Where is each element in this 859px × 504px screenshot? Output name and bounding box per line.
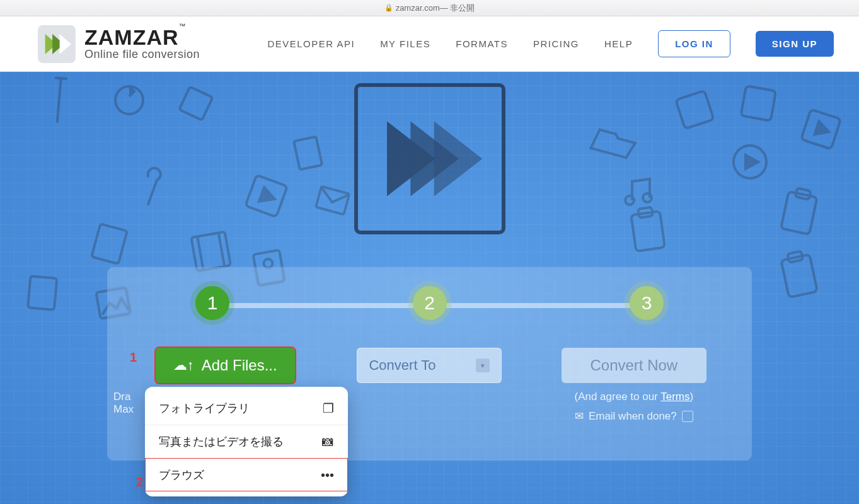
svg-marker-24 (815, 121, 831, 138)
popup-browse[interactable]: ブラウズ ••• (145, 458, 348, 491)
play-circle-icon (729, 141, 771, 185)
refresh-icon (107, 78, 151, 125)
svg-rect-11 (91, 224, 127, 264)
lock-icon: 🔒 (384, 4, 393, 12)
mp3-icon (86, 219, 132, 271)
popup-photo-library-label: フォトライブラリ (159, 401, 250, 416)
brand-name: ZAMZAR™ (84, 26, 200, 48)
signup-button[interactable]: SIGN UP (756, 31, 834, 57)
image-square-icon (736, 81, 780, 127)
svg-rect-14 (28, 276, 57, 309)
logo[interactable]: ZAMZAR™ Online file conversion (38, 25, 200, 63)
address-suffix: — 非公開 (440, 3, 475, 14)
play-square-icon (239, 170, 292, 224)
agree-prefix: (And agree to our (574, 391, 660, 403)
agree-suffix: ) (689, 391, 693, 403)
wrench-icon (125, 159, 185, 220)
svg-marker-33 (434, 122, 482, 197)
brand-tagline: Online file conversion (84, 48, 200, 61)
step-2: 2 (413, 286, 447, 320)
paper-icon (289, 132, 327, 177)
more-icon: ••• (321, 468, 334, 483)
add-files-button[interactable]: ☁︎↑ Add Files... (156, 348, 295, 383)
upload-icon: ☁︎↑ (173, 357, 194, 374)
stack-icon: ❐ (323, 401, 334, 416)
envelope-small-icon: ✉ (575, 410, 584, 423)
svg-line-9 (197, 236, 203, 270)
popup-photo-library[interactable]: フォトライブラリ ❐ (145, 392, 348, 425)
clipboard3-icon (772, 244, 826, 307)
convert-now-button[interactable]: Convert Now (562, 348, 706, 383)
annotation-marker-1: 1 (130, 350, 137, 365)
popup-browse-label: ブラウズ (159, 467, 204, 483)
convert-to-label: Convert To (369, 357, 435, 374)
hero-logo-icon (354, 83, 505, 234)
hint-drag: Dra (113, 391, 130, 403)
hero: 1 2 3 ☁︎↑ Add Files... Dra Max Convert T… (0, 72, 859, 504)
logo-icon (38, 25, 76, 63)
nav-pricing[interactable]: PRICING (533, 38, 579, 49)
svg-rect-16 (294, 137, 322, 169)
main-nav: ZAMZAR™ Online file conversion DEVELOPER… (0, 16, 859, 72)
nav-formats[interactable]: FORMATS (456, 38, 508, 49)
clipboard2-icon (772, 181, 826, 244)
video-square-icon (795, 105, 845, 156)
add-files-label: Add Files... (202, 357, 277, 374)
convert-to-select[interactable]: Convert To ▾ (357, 348, 502, 383)
step-3: 3 (630, 286, 664, 320)
browser-address-bar: 🔒 zamzar.com — 非公開 (0, 0, 859, 16)
music-square-icon (671, 86, 720, 135)
popup-take-photo-video[interactable]: 写真またはビデオを撮る 📷︎ (145, 425, 348, 458)
email-when-done-checkbox[interactable] (682, 411, 693, 422)
nav-developer-api[interactable]: DEVELOPER API (267, 38, 355, 49)
svg-marker-2 (60, 33, 71, 54)
svg-rect-18 (741, 86, 776, 121)
file-source-popup: フォトライブラリ ❐ 写真またはビデオを撮る 📷︎ ブラウズ ••• (145, 387, 348, 496)
chevron-down-icon: ▾ (476, 358, 490, 372)
note-icon (170, 78, 221, 130)
email-when-done-label: Email when done? (589, 410, 677, 423)
svg-rect-7 (316, 186, 349, 215)
address-domain: zamzar.com (396, 3, 440, 13)
terms-link[interactable]: Terms (660, 391, 689, 403)
step-1: 1 (195, 286, 229, 320)
folder-open-icon (584, 117, 643, 169)
nav-my-files[interactable]: MY FILES (380, 38, 430, 49)
svg-marker-6 (259, 187, 277, 206)
svg-rect-17 (676, 91, 713, 129)
mov-icon (23, 272, 61, 316)
envelope-icon (313, 185, 351, 219)
steps: 1 2 3 (132, 286, 727, 320)
svg-line-10 (219, 232, 224, 266)
svg-rect-4 (179, 87, 212, 120)
clipboard-icon (622, 202, 673, 260)
annotation-marker-2: 2 (136, 475, 143, 490)
hint-max: Max (113, 403, 134, 415)
pencil-icon (28, 72, 91, 134)
popup-take-photo-video-label: 写真またはビデオを撮る (159, 434, 284, 449)
login-button[interactable]: LOG IN (658, 30, 730, 57)
svg-marker-20 (746, 155, 758, 169)
nav-help[interactable]: HELP (604, 38, 633, 49)
camera-icon: 📷︎ (321, 435, 334, 449)
